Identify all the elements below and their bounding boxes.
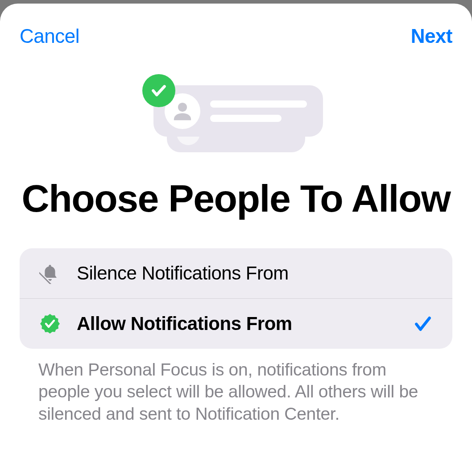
verified-check-icon <box>39 313 61 334</box>
option-label: Silence Notifications From <box>77 263 433 284</box>
modal-sheet: Cancel Next <box>0 4 472 476</box>
page-title: Choose People To Allow <box>22 177 451 220</box>
hero-section: Choose People To Allow <box>0 47 472 220</box>
notification-card-front <box>153 85 323 137</box>
bell-slash-icon <box>39 263 61 284</box>
checkmark-badge-icon <box>142 74 175 107</box>
option-allow-notifications[interactable]: Allow Notifications From <box>20 299 452 349</box>
notifications-illustration <box>142 74 330 163</box>
footer-description: When Personal Focus is on, notifications… <box>38 359 434 424</box>
svg-point-0 <box>178 102 187 111</box>
notification-line <box>210 115 282 122</box>
notification-line <box>210 100 307 108</box>
option-silence-notifications[interactable]: Silence Notifications From <box>20 248 452 299</box>
next-button[interactable]: Next <box>411 25 452 47</box>
cancel-button[interactable]: Cancel <box>20 25 79 47</box>
option-label: Allow Notifications From <box>77 313 397 334</box>
nav-bar: Cancel Next <box>0 4 472 47</box>
checkmark-icon <box>413 314 433 334</box>
notification-lines <box>210 100 312 122</box>
options-list: Silence Notifications From Allow Notific… <box>20 248 452 349</box>
